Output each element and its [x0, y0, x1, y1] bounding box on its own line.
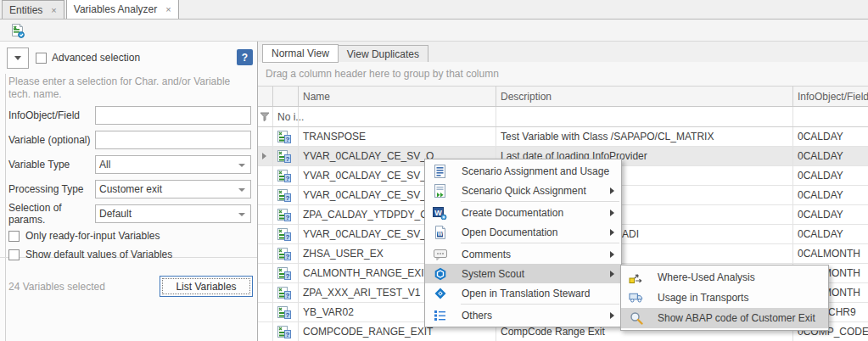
variable-type-select[interactable]: All [95, 155, 251, 174]
field-row-variable: Variable (optional) [8, 131, 253, 149]
close-icon[interactable]: × [165, 4, 171, 14]
system-scout-submenu: Where-Used Analysis Usage in Transports … [620, 265, 829, 331]
row-indicator [258, 186, 273, 204]
toolbar [0, 20, 868, 42]
menu-item-create-documentation[interactable]: W Create Documentation [425, 203, 621, 222]
tab-variables-analyzer[interactable]: Variables Analyzer × [66, 0, 179, 19]
tab-view-duplicates-label: View Duplicates [347, 48, 419, 60]
group-by-panel[interactable]: Drag a column header here to group by th… [258, 62, 868, 87]
export-to-excel-icon[interactable] [8, 22, 27, 39]
submenu-item-where-used[interactable]: Where-Used Analysis [621, 267, 828, 288]
ready-for-input-checkbox[interactable] [8, 231, 20, 242]
tab-variables-analyzer-label: Variables Analyzer [74, 3, 158, 15]
where-used-icon [629, 271, 643, 285]
submenu-arrow-icon [610, 312, 614, 319]
menu-item-label: Open Documentation [462, 226, 557, 238]
variable-optional-label: Variable (optional) [8, 134, 95, 146]
infoobject-field-label: InfoObject/Field [8, 109, 95, 121]
submenu-arrow-icon [610, 271, 614, 277]
variable-sheet-question-icon [273, 147, 299, 165]
close-icon[interactable]: × [51, 5, 56, 15]
menu-item-scenario-assignment[interactable]: Scenario Assignment and Usage [425, 161, 621, 181]
filter-cell-text[interactable]: No i... [273, 107, 299, 126]
processing-type-label: Processing Type [8, 183, 95, 195]
row-indicator [258, 147, 273, 165]
menu-separator [461, 304, 619, 305]
ready-for-input-label: Only ready-for-input Variables [25, 230, 160, 242]
variable-sheet-question-icon [273, 225, 299, 243]
variable-sheet-question-icon [273, 186, 299, 204]
infoobject-field-input[interactable] [95, 106, 251, 125]
cell-infoobject: 0CALDAY [793, 186, 868, 204]
menu-item-comments[interactable]: Comments [425, 244, 621, 264]
group-by-hint: Drag a column header here to group by th… [266, 68, 499, 80]
magnifier-icon [629, 311, 643, 326]
filter-cell-infoobject[interactable] [793, 107, 868, 126]
variable-sheet-question-icon [273, 322, 299, 341]
variable-optional-input[interactable] [95, 131, 251, 149]
variable-sheet-question-icon [273, 303, 299, 321]
submenu-item-label: Where-Used Analysis [658, 271, 755, 283]
menu-item-others[interactable]: Others [425, 305, 621, 325]
row-indicator [258, 225, 273, 243]
tab-normal-view[interactable]: Normal View [262, 44, 339, 63]
menu-item-label: Others [462, 310, 492, 321]
variables-selected-status: 24 Variables selected [8, 281, 105, 293]
selection-mode-dropdown-button[interactable] [7, 48, 29, 69]
tab-entities[interactable]: Entities × [2, 0, 64, 19]
scenario-quick-assignment-icon [433, 183, 447, 198]
menu-item-scenario-quick-assignment[interactable]: Scenario Quick Assignment [425, 181, 621, 200]
tab-view-duplicates[interactable]: View Duplicates [338, 45, 428, 63]
header-name[interactable]: Name [299, 87, 496, 106]
system-scout-icon [433, 266, 447, 281]
submenu-arrow-icon [610, 251, 614, 258]
table-row[interactable]: TRANSPOSE Test Variable with Class /SAPA… [258, 127, 868, 147]
create-documentation-icon: W [433, 205, 447, 220]
advanced-selection-checkbox[interactable] [36, 53, 47, 64]
menu-item-open-documentation[interactable]: W Open Documentation [425, 222, 621, 242]
menu-item-label: Open in Translation Steward [462, 288, 590, 299]
row-indicator [258, 244, 273, 263]
filter-funnel-icon[interactable] [258, 107, 273, 126]
submenu-item-show-abap-code[interactable]: Show ABAP code of Customer Exit [621, 308, 828, 328]
variable-type-label: Variable Type [8, 159, 95, 170]
list-variables-button[interactable]: List Variables [160, 276, 253, 297]
cell-infoobject: 0CALDAY [793, 205, 868, 224]
advanced-selection-label: Advanced selection [52, 52, 140, 64]
header-icon-column[interactable] [273, 87, 299, 106]
menu-item-label: Comments [462, 249, 511, 260]
cell-infoobject: 0CALDAY [793, 147, 868, 165]
submenu-item-label: Show ABAP code of Customer Exit [658, 312, 815, 324]
tab-normal-view-label: Normal View [272, 48, 329, 59]
menu-separator [461, 243, 619, 243]
svg-text:W: W [437, 231, 443, 237]
cell-infoobject: 0CALMONTH [793, 244, 868, 263]
selection-of-params-select[interactable]: Default [95, 204, 251, 223]
variable-sheet-question-icon [273, 166, 299, 185]
help-button[interactable]: ? [237, 49, 253, 65]
variable-sheet-question-icon [273, 205, 299, 224]
filter-cell-description[interactable] [496, 107, 793, 126]
submenu-item-label: Usage in Transports [658, 292, 748, 304]
variable-sheet-question-icon [273, 264, 299, 282]
header-infoobject[interactable]: InfoObject/Field [793, 87, 868, 106]
selection-of-params-label: Selection of params. [8, 202, 95, 226]
svg-text:W: W [434, 208, 442, 216]
header-description[interactable]: Description [496, 87, 793, 106]
variable-sheet-question-icon [273, 127, 299, 146]
processing-type-select[interactable]: Customer exit [95, 180, 251, 198]
menu-separator [461, 201, 619, 202]
ready-for-input-row: Only ready-for-input Variables [8, 230, 160, 242]
chevron-down-icon [14, 56, 21, 60]
view-tab-strip: Normal View View Duplicates [262, 44, 428, 63]
selection-instruction: Please enter a selection for Char. and/o… [8, 75, 249, 101]
menu-item-open-translation-steward[interactable]: Open in Translation Steward [425, 283, 621, 303]
submenu-item-usage-in-transports[interactable]: Usage in Transports [621, 288, 828, 308]
row-indicator [258, 166, 273, 185]
show-defaults-checkbox[interactable] [8, 249, 20, 260]
field-row-selection-params: Selection of params. Default [8, 204, 253, 223]
field-row-processing-type: Processing Type Customer exit [8, 180, 253, 198]
scenario-assignment-icon [433, 164, 447, 178]
filter-cell-name[interactable] [299, 107, 496, 126]
menu-item-system-scout[interactable]: System Scout [425, 264, 621, 283]
